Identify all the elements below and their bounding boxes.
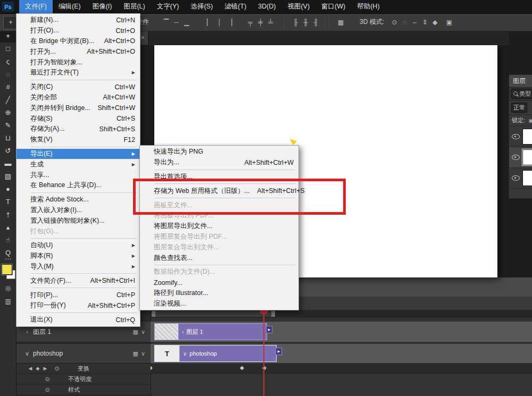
work-area-start-grip[interactable]: [152, 311, 155, 317]
stopwatch-icon[interactable]: ⊙: [44, 386, 51, 393]
previous-keyframe-icon[interactable]: ◀: [27, 366, 34, 371]
align-right-icon[interactable]: ▕: [225, 16, 235, 28]
work-area-end-grip[interactable]: [271, 311, 275, 317]
hand-tool[interactable]: ☝: [0, 234, 16, 247]
layer-visibility-eye-icon[interactable]: [512, 175, 520, 181]
align-left-icon[interactable]: ▏: [204, 16, 214, 28]
menubar-item[interactable]: 文件(F): [19, 0, 53, 13]
file-menu-item[interactable]: 文件简介(F)...Alt+Shift+Ctrl+I: [16, 275, 140, 286]
file-menu-item[interactable]: 最近打开文件(T)▶: [16, 68, 140, 78]
export-submenu-item[interactable]: 快速导出为 PNG: [140, 147, 298, 157]
menubar-item[interactable]: 文字(Y): [151, 0, 185, 13]
keyframe-icon[interactable]: ◆: [240, 365, 244, 370]
layer-row[interactable]: [509, 168, 532, 189]
align-bottom-icon[interactable]: ▁: [181, 16, 192, 28]
track-options-icon[interactable]: ▦: [133, 350, 138, 357]
file-menu-item[interactable]: 导入(M)▶: [16, 262, 140, 272]
playhead-line[interactable]: [263, 310, 264, 396]
chevron-right-icon[interactable]: ›: [23, 328, 31, 335]
next-keyframe-icon[interactable]: ▶: [41, 366, 49, 371]
file-menu-item[interactable]: 共享...: [16, 170, 140, 180]
file-menu-item[interactable]: 打印一份(Y)Alt+Shift+Ctrl+P: [16, 300, 140, 311]
file-menu-item[interactable]: 存储为(A)...Shift+Ctrl+S: [16, 124, 140, 134]
layer-thumbnail[interactable]: [522, 149, 532, 165]
menubar-item[interactable]: 图层(L): [118, 0, 151, 13]
timeline-clip[interactable]: T ∨ photoshop ▶: [154, 345, 277, 362]
quick-mask-icon[interactable]: ◎: [0, 284, 16, 292]
export-submenu-item[interactable]: 将图层导出到文件...: [140, 221, 298, 232]
distribute-vertical-center-icon[interactable]: ╪: [255, 16, 265, 28]
work-area-middle[interactable]: [155, 311, 271, 317]
distribute-bottom-icon[interactable]: ╧: [265, 16, 276, 28]
export-submenu-item[interactable]: 颜色查找表...: [140, 252, 298, 263]
tab-layers[interactable]: 图层: [509, 75, 532, 87]
chevron-down-icon[interactable]: ∨: [141, 350, 145, 357]
lock-icon[interactable]: ▣: [528, 118, 532, 123]
clip-end-icon[interactable]: ▶: [266, 326, 272, 333]
history-brush-tool[interactable]: ↺: [0, 145, 16, 157]
stopwatch-icon[interactable]: ⊙: [53, 365, 61, 372]
eraser-tool[interactable]: ▬: [0, 157, 16, 170]
export-submenu-item[interactable]: 渲染视频...: [140, 298, 298, 309]
menubar-item[interactable]: 视图(V): [281, 0, 315, 13]
menubar-item[interactable]: 窗口(W): [315, 0, 351, 13]
foreground-color-swatch[interactable]: [2, 264, 12, 275]
file-menu-item[interactable]: 退出(X)Ctrl+Q: [16, 315, 140, 325]
menubar-item[interactable]: 编辑(E): [53, 0, 87, 13]
type-tool[interactable]: T: [0, 196, 16, 208]
3d-camera-icon[interactable]: ▣: [444, 16, 454, 28]
more-tools-icon[interactable]: ⋯: [0, 255, 16, 263]
export-submenu-item[interactable]: 导出为...Alt+Shift+Ctrl+W: [140, 157, 298, 168]
blur-tool[interactable]: ●: [0, 183, 16, 196]
3d-rotate-icon[interactable]: ⊙: [389, 16, 400, 28]
clone-stamp-tool[interactable]: ⊔: [0, 132, 16, 145]
timeline-clip[interactable]: › 图层 1 ▶: [154, 323, 267, 340]
file-menu-item[interactable]: 自动(U)▶: [16, 240, 140, 251]
3d-pan-icon[interactable]: ⇔: [410, 16, 420, 28]
file-menu-item[interactable]: 关闭全部Alt+Ctrl+W: [16, 92, 140, 103]
file-menu-item[interactable]: 新建(N)...Ctrl+N: [16, 15, 140, 26]
work-area-range[interactable]: [152, 311, 275, 317]
crop-tool[interactable]: #: [0, 81, 16, 94]
distribute-top-icon[interactable]: ╤: [245, 16, 255, 28]
eyedropper-tool[interactable]: ╱: [0, 94, 16, 106]
3d-slide-icon[interactable]: ⇕: [420, 16, 430, 28]
align-top-icon[interactable]: ▔: [161, 16, 171, 28]
menubar-item[interactable]: 3D(D): [252, 0, 281, 13]
menubar-item[interactable]: 滤镜(T): [219, 0, 252, 13]
export-submenu-item[interactable]: 路径到 Illustrator...: [140, 288, 298, 299]
layer-visibility-eye-icon[interactable]: [512, 134, 520, 139]
clip-end-icon[interactable]: ▶: [276, 348, 282, 355]
track-options-icon[interactable]: ▦: [133, 328, 138, 335]
file-menu-item[interactable]: 打印(P)...Ctrl+P: [16, 290, 140, 300]
file-menu-item[interactable]: 搜索 Adobe Stock...: [16, 195, 140, 205]
layer-thumbnail[interactable]: [522, 129, 532, 145]
add-keyframe-icon[interactable]: ◆: [34, 366, 41, 371]
quick-selection-tool[interactable]: ◌: [0, 68, 16, 81]
auto-align-icon[interactable]: ▦: [336, 16, 346, 28]
file-menu-item[interactable]: 生成▶: [16, 159, 140, 170]
file-menu-item[interactable]: 脚本(R)▶: [16, 251, 140, 262]
lasso-tool[interactable]: ς: [0, 55, 16, 68]
stopwatch-icon[interactable]: ⊙: [44, 376, 51, 383]
blend-mode-select[interactable]: 正常: [511, 103, 527, 113]
3d-scale-icon[interactable]: ◆: [430, 16, 440, 28]
file-menu-item[interactable]: 打开为智能对象...: [16, 57, 140, 68]
file-menu-item[interactable]: 关闭并转到 Bridge...Shift+Ctrl+W: [16, 103, 140, 113]
file-menu-item[interactable]: 打开(O)...Ctrl+O: [16, 26, 140, 36]
gradient-tool[interactable]: ▧: [0, 170, 16, 183]
align-horizontal-center-icon[interactable]: │: [214, 16, 225, 28]
path-selection-tool[interactable]: ▴: [0, 221, 16, 234]
3d-roll-icon[interactable]: ◌: [400, 16, 410, 28]
layer-filter-select[interactable]: 类型: [511, 89, 532, 99]
pen-tool[interactable]: †: [0, 208, 16, 221]
layer-row[interactable]: [509, 147, 532, 168]
distribute-left-icon[interactable]: ╟: [290, 16, 301, 28]
move-tool[interactable]: +: [0, 30, 16, 43]
close-tab-icon[interactable]: ×: [140, 31, 145, 45]
marquee-tool[interactable]: □: [0, 43, 16, 55]
layer-visibility-eye-icon[interactable]: [512, 155, 520, 160]
healing-brush-tool[interactable]: ⊕: [0, 106, 16, 119]
export-submenu-item[interactable]: Zoomify...: [140, 277, 298, 288]
file-menu-item[interactable]: 关闭(C)Ctrl+W: [16, 82, 140, 92]
